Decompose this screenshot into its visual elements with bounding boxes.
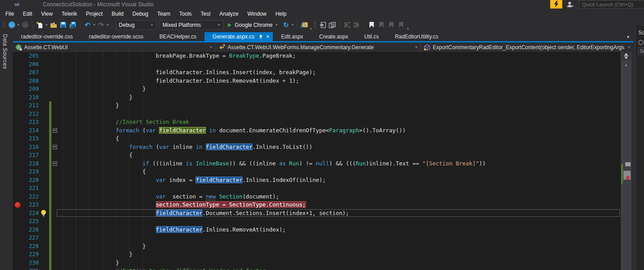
menu-item-build[interactable]: Build [107, 9, 128, 18]
new-file-button[interactable] [35, 20, 44, 30]
code-line[interactable]: 227 [13, 234, 621, 242]
toggle-bookmark-button[interactable] [367, 20, 376, 30]
code-line[interactable]: 209 } [13, 85, 621, 93]
sidebar-tab-data-sources[interactable]: Data Sources [2, 34, 8, 69]
toolbar-overflow-icon[interactable]: ▾ [310, 27, 312, 31]
toolbar-grip[interactable] [3, 21, 5, 29]
tab-create-aspx[interactable]: Create.aspx [311, 32, 356, 41]
code-line[interactable]: 206 [13, 60, 621, 69]
find-in-files-button[interactable] [300, 20, 309, 30]
collapse-box[interactable] [53, 145, 57, 149]
code-line[interactable]: 219 { [13, 168, 621, 176]
code-line[interactable]: 231 //Setting to show different Header a… [13, 267, 621, 270]
line-number: 230 [28, 259, 39, 267]
add-item-button[interactable] [49, 20, 58, 30]
tab-radeditor-override-css[interactable]: radeditor-override.css [13, 32, 81, 41]
menu-item-help[interactable]: Help [271, 9, 291, 18]
code-line[interactable]: 216 foreach (var inline in fieldCharacte… [13, 143, 621, 152]
code-line[interactable]: 224 fieldCharacter.Document.Sections.Ins… [13, 209, 621, 218]
code-line[interactable]: 221 [13, 184, 621, 193]
start-debugging-button[interactable]: ▶ Google Chrome ▾ [228, 22, 278, 28]
comment-lines-button[interactable] [343, 20, 351, 30]
code-line[interactable]: 226 fieldCharacter.Inlines.RemoveAt(inde… [13, 226, 621, 234]
undo-button[interactable]: ↶ [83, 20, 92, 30]
code-editor[interactable]: 205 breakPage.BreakType = BreakType.Page… [13, 52, 621, 270]
code-line[interactable]: 215 { [13, 135, 621, 143]
scroll-up-arrow[interactable]: ▲ [621, 63, 631, 67]
sync-with-active-document-button[interactable] [318, 20, 327, 30]
tab-radeditorutility-cs[interactable]: RadEditorUtility.cs [387, 32, 446, 41]
menu-item-project[interactable]: Project [82, 9, 107, 18]
code-line[interactable]: 230 } [13, 259, 621, 267]
project-dropdown[interactable]: Assette.CT.WebUI ▾ [13, 42, 216, 52]
menu-item-analyze[interactable]: Analyze [215, 9, 243, 18]
code-line[interactable]: 222 var section = new Section(document); [13, 193, 621, 201]
code-line[interactable]: 211 } [13, 101, 621, 110]
menu-item-window[interactable]: Window [243, 9, 271, 18]
editor-scrollbar[interactable]: ▲ [621, 52, 631, 270]
menu-item-view[interactable]: View [37, 9, 57, 18]
lightbulb-icon[interactable] [40, 210, 47, 217]
clear-bookmarks-button[interactable] [397, 20, 406, 30]
change-bar [49, 143, 51, 152]
previous-bookmark-button[interactable] [377, 20, 386, 30]
tab-radeditor-override-scss[interactable]: radeditor-override.scss [81, 32, 151, 41]
toolbar-grip[interactable] [314, 21, 316, 29]
menu-item-edit[interactable]: Edit [18, 9, 37, 18]
redo-button[interactable]: ↷ [96, 20, 105, 30]
collapse-box[interactable] [53, 161, 57, 166]
chevron-down-icon[interactable]: ▾ [93, 23, 95, 27]
code-line[interactable]: 207 fieldCharacter.Inlines.Insert(index,… [13, 68, 621, 77]
tab-edit-aspx[interactable]: Edit.aspx [273, 32, 311, 41]
chevron-down-icon[interactable]: ▾ [292, 23, 293, 27]
code-line[interactable]: 229 } [13, 250, 621, 259]
breakpoint-icon[interactable] [15, 202, 21, 208]
quick-launch-input[interactable] [579, 0, 644, 8]
menu-item-file[interactable]: File [1, 9, 18, 18]
tab-util-cs[interactable]: Util.cs [356, 32, 387, 41]
save-button[interactable] [59, 20, 67, 30]
split-editor-handle[interactable] [622, 52, 631, 60]
menu-item-test[interactable]: Test [196, 9, 215, 18]
chevron-down-icon[interactable]: ▾ [46, 23, 47, 27]
save-all-button[interactable] [68, 20, 77, 30]
type-dropdown[interactable]: Assette.CT.WebUI.WebForms.ManageCommenta… [216, 42, 422, 52]
code-line[interactable]: 220 var index = fieldCharacter.Inlines.I… [13, 176, 621, 185]
new-window-button[interactable] [328, 20, 337, 30]
code-line[interactable]: 205 breakPage.BreakType = BreakType.Page… [13, 52, 621, 60]
panel-search-box-clipped[interactable]: Se [638, 47, 644, 55]
code-line[interactable]: 218 if (((inline is InlineBase)) && ((in… [13, 160, 621, 168]
toolbar-overflow-icon[interactable]: ▾ [407, 27, 409, 31]
code-line[interactable]: 208 fieldCharacter.Inlines.RemoveAt(inde… [13, 77, 621, 85]
code-line[interactable]: 217 { [13, 151, 621, 160]
chevron-down-icon[interactable]: ▾ [276, 23, 277, 27]
tab-generate-aspx-cs[interactable]: Generate.aspx.cs× [205, 32, 273, 41]
menu-item-debug[interactable]: Debug [128, 9, 153, 18]
menu-item-tools[interactable]: Tools [175, 9, 196, 18]
code-line[interactable]: 225 [13, 217, 621, 226]
navigate-forward-button[interactable]: → [21, 20, 29, 30]
chevron-down-icon[interactable]: ▾ [17, 23, 19, 27]
code-line[interactable]: 212 [13, 110, 621, 118]
next-bookmark-button[interactable] [387, 20, 396, 30]
sign-in-user-icon[interactable] [565, 0, 575, 8]
feedback-button[interactable] [550, 0, 562, 8]
code-line[interactable]: 214 foreach (var fieldCharacter in docum… [13, 127, 621, 135]
panel-home-icon[interactable] [638, 40, 644, 45]
pin-icon[interactable] [259, 34, 263, 39]
menu-item-team[interactable]: Team [153, 9, 175, 18]
code-line[interactable]: 213 //Insert Section Break [13, 118, 621, 127]
tab-beachelper-cs[interactable]: BEACHelper.cs [151, 32, 205, 41]
navigate-backward-button[interactable]: ← [7, 20, 16, 30]
uncomment-lines-button[interactable] [352, 20, 361, 30]
code-line[interactable]: 210 } [13, 93, 621, 102]
code-line[interactable]: 228 } [13, 242, 621, 251]
solution-platform-select[interactable]: Mixed Platforms ▾ [159, 20, 224, 30]
close-icon[interactable]: × [266, 34, 270, 39]
refresh-button[interactable]: ↻ [281, 20, 290, 30]
member-dropdown[interactable]: ✱ ExportCommentaryRadEditor_ExportConten… [421, 42, 633, 52]
menu-item-telerik[interactable]: Telerik [57, 9, 82, 18]
code-line[interactable]: 223 section.SectionType = SectionType.Co… [13, 201, 621, 209]
collapse-box[interactable] [53, 128, 57, 133]
solution-configuration-select[interactable]: Debug ▾ [116, 20, 157, 30]
